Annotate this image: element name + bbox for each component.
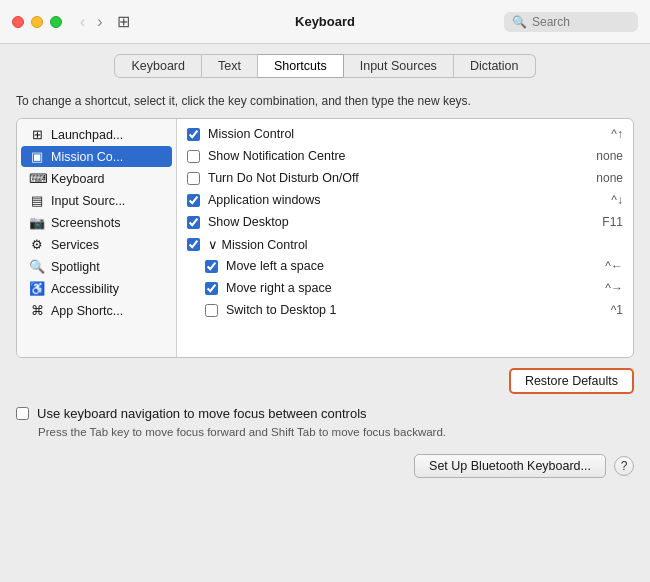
- shortcut-name: Mission Control: [208, 127, 603, 141]
- search-input[interactable]: [532, 15, 630, 29]
- shortcut-key: ^↑: [611, 127, 623, 141]
- window-title: Keyboard: [295, 14, 355, 29]
- shortcut-row: Application windows ^↓: [177, 189, 633, 211]
- sidebar-item-accessibility[interactable]: ♿ Accessibility: [21, 278, 172, 299]
- maximize-button[interactable]: [50, 16, 62, 28]
- shortcut-checkbox-notification[interactable]: [187, 150, 200, 163]
- restore-defaults-button[interactable]: Restore Defaults: [509, 368, 634, 394]
- shortcut-row: ∨ Mission Control: [177, 233, 633, 255]
- pane-container: ⊞ Launchpad... ▣ Mission Co... ⌨ Keyboar…: [16, 118, 634, 358]
- keyboard-icon: ⌨: [29, 171, 45, 186]
- titlebar: ‹ › ⊞ Keyboard 🔍: [0, 0, 650, 44]
- shortcut-row: Move left a space ^←: [177, 255, 633, 277]
- accessibility-icon: ♿: [29, 281, 45, 296]
- sidebar-item-spotlight[interactable]: 🔍 Spotlight: [21, 256, 172, 277]
- services-icon: ⚙: [29, 237, 45, 252]
- sidebar-item-label: Accessibility: [51, 282, 119, 296]
- grid-icon: ⊞: [117, 12, 130, 31]
- sidebar-item-services[interactable]: ⚙ Services: [21, 234, 172, 255]
- minimize-button[interactable]: [31, 16, 43, 28]
- shortcut-name: Move left a space: [226, 259, 597, 273]
- sidebar-item-label: App Shortc...: [51, 304, 123, 318]
- shortcut-row: Mission Control ^↑: [177, 123, 633, 145]
- app-shortcuts-icon: ⌘: [29, 303, 45, 318]
- sidebar-item-label: Spotlight: [51, 260, 100, 274]
- launchpad-icon: ⊞: [29, 127, 45, 142]
- sidebar-item-keyboard[interactable]: ⌨ Keyboard: [21, 168, 172, 189]
- nav-checkbox-label: Use keyboard navigation to move focus be…: [37, 406, 367, 421]
- tabs-bar: Keyboard Text Shortcuts Input Sources Di…: [0, 44, 650, 86]
- shortcut-checkbox-app-windows[interactable]: [187, 194, 200, 207]
- close-button[interactable]: [12, 16, 24, 28]
- sidebar-item-label: Services: [51, 238, 99, 252]
- shortcut-row: Show Desktop F11: [177, 211, 633, 233]
- shortcut-checkbox-mission-control-sub[interactable]: [187, 238, 200, 251]
- footer-row: Set Up Bluetooth Keyboard... ?: [0, 446, 650, 488]
- search-box: 🔍: [504, 12, 638, 32]
- sidebar-item-launchpad[interactable]: ⊞ Launchpad...: [21, 124, 172, 145]
- shortcut-key: ^1: [611, 303, 623, 317]
- nav-description: Press the Tab key to move focus forward …: [16, 426, 634, 438]
- shortcut-name: Turn Do Not Disturb On/Off: [208, 171, 588, 185]
- sidebar-item-input-sources[interactable]: ▤ Input Sourc...: [21, 190, 172, 211]
- tab-input-sources[interactable]: Input Sources: [344, 54, 454, 78]
- nav-buttons: ‹ ›: [76, 12, 107, 32]
- sidebar-item-mission-control[interactable]: ▣ Mission Co...: [21, 146, 172, 167]
- tab-keyboard[interactable]: Keyboard: [114, 54, 202, 78]
- sidebar: ⊞ Launchpad... ▣ Mission Co... ⌨ Keyboar…: [17, 119, 177, 357]
- shortcut-key: ^←: [605, 259, 623, 273]
- help-button[interactable]: ?: [614, 456, 634, 476]
- shortcut-name: Application windows: [208, 193, 603, 207]
- shortcut-name: ∨ Mission Control: [208, 237, 615, 252]
- shortcut-key: ^→: [605, 281, 623, 295]
- main-content: To change a shortcut, select it, click t…: [0, 86, 650, 394]
- sidebar-item-label: Launchpad...: [51, 128, 123, 142]
- shortcut-name: Show Notification Centre: [208, 149, 588, 163]
- tab-shortcuts[interactable]: Shortcuts: [258, 54, 344, 78]
- shortcut-name: Move right a space: [226, 281, 597, 295]
- shortcut-name: Switch to Desktop 1: [226, 303, 603, 317]
- shortcut-row: Move right a space ^→: [177, 277, 633, 299]
- tab-dictation[interactable]: Dictation: [454, 54, 536, 78]
- nav-checkbox-row: Use keyboard navigation to move focus be…: [16, 406, 634, 421]
- sidebar-item-label: Mission Co...: [51, 150, 123, 164]
- shortcut-checkbox-show-desktop[interactable]: [187, 216, 200, 229]
- traffic-lights: [12, 16, 62, 28]
- instruction-text: To change a shortcut, select it, click t…: [16, 94, 634, 108]
- sidebar-item-label: Screenshots: [51, 216, 120, 230]
- sidebar-item-app-shortcuts[interactable]: ⌘ App Shortc...: [21, 300, 172, 321]
- shortcut-key: none: [596, 171, 623, 185]
- sidebar-item-label: Input Sourc...: [51, 194, 125, 208]
- bottom-section: Use keyboard navigation to move focus be…: [0, 394, 650, 446]
- shortcut-row: Turn Do Not Disturb On/Off none: [177, 167, 633, 189]
- shortcut-row: Switch to Desktop 1 ^1: [177, 299, 633, 321]
- nav-checkbox[interactable]: [16, 407, 29, 420]
- spotlight-icon: 🔍: [29, 259, 45, 274]
- search-icon: 🔍: [512, 15, 527, 29]
- shortcut-key: none: [596, 149, 623, 163]
- sidebar-item-label: Keyboard: [51, 172, 105, 186]
- shortcut-key: F11: [602, 215, 623, 229]
- shortcut-key: ^↓: [611, 193, 623, 207]
- screenshots-icon: 📷: [29, 215, 45, 230]
- restore-row: Restore Defaults: [16, 368, 634, 394]
- mission-control-icon: ▣: [29, 149, 45, 164]
- shortcuts-panel: Mission Control ^↑ Show Notification Cen…: [177, 119, 633, 357]
- tab-text[interactable]: Text: [202, 54, 258, 78]
- shortcut-checkbox-move-right[interactable]: [205, 282, 218, 295]
- sidebar-item-screenshots[interactable]: 📷 Screenshots: [21, 212, 172, 233]
- shortcut-checkbox-mission-control[interactable]: [187, 128, 200, 141]
- forward-button[interactable]: ›: [93, 12, 106, 32]
- shortcut-row: Show Notification Centre none: [177, 145, 633, 167]
- back-button[interactable]: ‹: [76, 12, 89, 32]
- input-sources-icon: ▤: [29, 193, 45, 208]
- shortcut-checkbox-move-left[interactable]: [205, 260, 218, 273]
- shortcut-checkbox-switch-desktop[interactable]: [205, 304, 218, 317]
- bluetooth-button[interactable]: Set Up Bluetooth Keyboard...: [414, 454, 606, 478]
- shortcut-name: Show Desktop: [208, 215, 594, 229]
- shortcut-checkbox-dnd[interactable]: [187, 172, 200, 185]
